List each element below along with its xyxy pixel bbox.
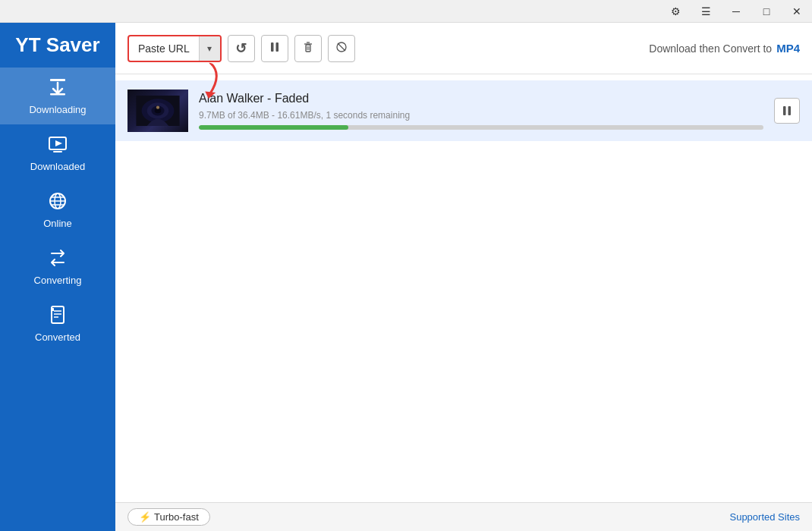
- download-title: Alan Walker - Faded: [199, 92, 763, 105]
- svg-point-30: [156, 106, 159, 109]
- format-link[interactable]: MP4: [776, 42, 800, 55]
- thumbnail-image: [127, 90, 188, 132]
- block-icon: [335, 41, 348, 56]
- delete-all-button[interactable]: [294, 35, 322, 62]
- menu-titlebar-button[interactable]: ☰: [691, 0, 721, 23]
- sidebar-label-converting: Converting: [34, 275, 82, 286]
- settings-button[interactable]: [328, 35, 355, 62]
- converted-icon: [47, 304, 68, 328]
- supported-sites-link[interactable]: Supported Sites: [729, 511, 800, 523]
- progress-bar-container: [199, 125, 763, 130]
- svg-rect-16: [275, 42, 279, 52]
- content-area: Paste URL ▾ ↺: [115, 23, 812, 531]
- svg-rect-32: [788, 106, 792, 115]
- table-row: Alan Walker - Faded 9.7MB of 36.4MB - 16…: [115, 80, 812, 141]
- sidebar-label-converted: Converted: [35, 331, 80, 343]
- item-pause-button[interactable]: [774, 98, 800, 124]
- settings-titlebar-button[interactable]: ⚙: [660, 0, 691, 23]
- sidebar-item-converted[interactable]: Converted: [0, 295, 115, 352]
- maximize-button[interactable]: □: [751, 0, 782, 23]
- svg-rect-14: [51, 308, 54, 311]
- svg-marker-3: [55, 140, 62, 146]
- toolbar-right: Download then Convert to MP4: [649, 42, 800, 55]
- bottom-bar: ⚡ Turbo-fast Supported Sites: [115, 502, 812, 531]
- main-layout: YT Saver Downloading Downloaded: [0, 23, 812, 531]
- svg-rect-17: [306, 45, 310, 52]
- svg-rect-15: [271, 42, 274, 52]
- progress-bar-fill: [199, 125, 348, 130]
- paste-url-label: Paste URL: [129, 42, 199, 55]
- titlebar: ⚙ ☰ ─ □ ✕: [0, 0, 812, 23]
- svg-rect-1: [50, 93, 65, 96]
- paste-url-button[interactable]: Paste URL ▾: [127, 35, 222, 62]
- pause-all-button[interactable]: [261, 35, 288, 62]
- sidebar-item-downloaded[interactable]: Downloaded: [0, 124, 115, 181]
- download-details: Alan Walker - Faded 9.7MB of 36.4MB - 16…: [199, 92, 763, 130]
- svg-rect-4: [53, 151, 62, 152]
- sidebar-label-downloaded: Downloaded: [30, 161, 85, 172]
- thumbnail: [127, 90, 188, 132]
- close-button[interactable]: ✕: [782, 0, 812, 23]
- download-icon: [47, 77, 68, 101]
- refresh-button[interactable]: ↺: [228, 35, 255, 62]
- trash-icon: [302, 41, 314, 56]
- converting-icon: [47, 247, 68, 272]
- pause-icon: [269, 41, 281, 56]
- online-icon: [47, 190, 68, 215]
- turbo-label: Turbo-fast: [154, 511, 199, 523]
- download-list: Alan Walker - Faded 9.7MB of 36.4MB - 16…: [115, 74, 812, 502]
- svg-rect-31: [783, 106, 786, 115]
- turbo-fast-button[interactable]: ⚡ Turbo-fast: [127, 508, 210, 526]
- downloaded-icon: [47, 134, 68, 158]
- download-meta: 9.7MB of 36.4MB - 16.61MB/s, 1 seconds r…: [199, 110, 763, 121]
- sidebar-label-downloading: Downloading: [29, 104, 86, 115]
- sidebar-item-converting[interactable]: Converting: [0, 238, 115, 295]
- sidebar-label-online: Online: [43, 218, 72, 229]
- app-title: YT Saver: [0, 23, 115, 68]
- sidebar: YT Saver Downloading Downloaded: [0, 23, 115, 531]
- svg-rect-0: [50, 79, 65, 81]
- sidebar-item-downloading[interactable]: Downloading: [0, 68, 115, 124]
- svg-line-23: [338, 43, 345, 51]
- minimize-button[interactable]: ─: [721, 0, 751, 23]
- download-convert-label: Download then Convert to: [649, 42, 772, 55]
- paste-url-dropdown-arrow: ▾: [199, 35, 220, 62]
- sidebar-item-online[interactable]: Online: [0, 181, 115, 238]
- refresh-icon: ↺: [235, 40, 247, 57]
- toolbar: Paste URL ▾ ↺: [115, 23, 812, 74]
- turbo-icon: ⚡: [139, 511, 151, 523]
